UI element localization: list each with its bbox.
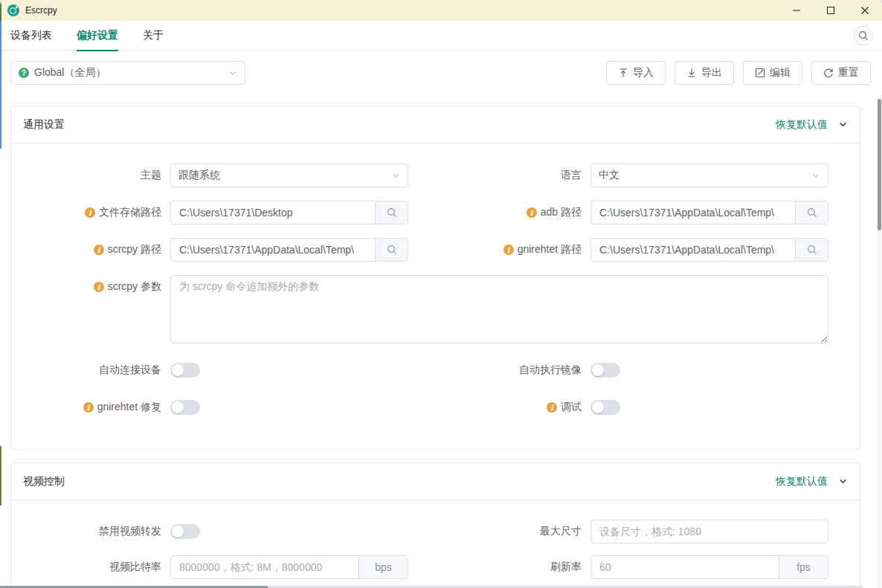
scope-select-value: Global（全局） [34,66,228,80]
scrcpy-path-browse-button[interactable] [375,239,408,261]
gnirehtet-path-input[interactable] [591,239,795,261]
bitrate-unit: bps [358,556,408,578]
preferences-content: 通用设置 恢复默认值 主题 跟随系统 [0,85,882,588]
general-restore-defaults-link[interactable]: 恢复默认值 [776,118,828,132]
close-button[interactable] [848,0,882,21]
auto-connect-toggle[interactable] [170,363,200,378]
bitrate-label: 视频比特率 [11,560,170,574]
tab-device-list[interactable]: 设备列表 [10,21,52,51]
theme-select[interactable]: 跟随系统 [170,164,408,187]
video-section-header: 视频控制 恢复默认值 [11,463,860,500]
toggle-knob [172,364,184,376]
chevron-down-icon [391,171,400,180]
toggle-knob [592,364,604,376]
max-size-input[interactable] [590,520,828,543]
maximize-button[interactable] [814,0,848,21]
file-path-input-group [170,201,408,224]
reset-button-label: 重置 [838,66,859,80]
video-collapse-chevron-icon[interactable] [838,476,848,486]
download-icon [686,68,697,78]
file-path-browse-button[interactable] [375,201,408,224]
vertical-scrollbar[interactable] [877,95,882,588]
scrollbar-thumb[interactable] [878,99,881,230]
chevron-down-icon [811,171,820,180]
scrcpy-path-input-group [170,238,408,262]
auto-mirror-toggle[interactable] [590,363,620,378]
toggle-knob [172,526,184,537]
search-icon [807,245,817,255]
section-general-settings: 通用设置 恢复默认值 主题 跟随系统 [10,106,860,450]
tab-bar: 设备列表 偏好设置 关于 [0,21,882,51]
adb-path-input[interactable] [591,201,795,224]
chevron-down-icon [228,68,237,77]
general-collapse-chevron-icon[interactable] [838,120,848,129]
edit-button-label: 编辑 [770,66,791,80]
debug-label: 调试 [431,401,590,414]
bitrate-input[interactable] [171,556,358,578]
video-section-title: 视频控制 [23,475,65,488]
info-icon [527,207,537,218]
scope-select[interactable]: Global（全局） [10,61,245,85]
fps-label: 刷新率 [431,560,590,574]
app-title: Escrcpy [25,5,57,16]
disable-video-toggle[interactable] [170,524,200,539]
scrcpy-path-input[interactable] [171,239,375,261]
window-controls [779,0,882,21]
auto-connect-label: 自动连接设备 [11,364,170,377]
adb-path-label: adb 路径 [431,206,590,219]
gnirehtet-path-browse-button[interactable] [795,239,828,261]
file-path-label: 文件存储路径 [11,206,170,219]
language-select-value: 中文 [599,169,811,182]
app-window: Escrcpy 设备列表 偏好设置 关于 Global（全局） [0,0,882,588]
scrcpy-path-label: scrcpy 路径 [11,243,170,256]
gnirehtet-fix-toggle[interactable] [170,400,200,415]
tab-about[interactable]: 关于 [143,21,164,51]
general-section-title: 通用设置 [23,118,65,132]
search-button[interactable] [854,26,873,45]
maximize-icon [826,6,835,15]
theme-label: 主题 [11,169,170,182]
fps-input[interactable] [591,556,779,578]
theme-select-value: 跟随系统 [178,169,391,182]
general-section-header: 通用设置 恢复默认值 [11,106,860,143]
reset-button[interactable]: 重置 [811,61,871,85]
export-button[interactable]: 导出 [675,61,734,85]
language-select[interactable]: 中文 [590,164,828,187]
preferences-toolbar: Global（全局） 导入 导出 编辑 重置 [0,51,882,85]
adb-path-browse-button[interactable] [795,201,828,224]
app-icon [7,4,19,16]
import-button[interactable]: 导入 [606,61,666,85]
search-icon [807,207,817,218]
toolbar-buttons: 导入 导出 编辑 重置 [606,61,871,85]
minimize-button[interactable] [779,0,814,21]
toggle-knob [592,401,604,413]
fps-input-group: fps [590,555,828,579]
scrcpy-args-label: scrcpy 参数 [11,280,170,294]
video-section-body: 禁用视频转发 最大尺寸 视频比特率 [11,500,860,588]
export-button-label: 导出 [701,66,722,80]
max-size-label: 最大尺寸 [431,525,590,538]
gnirehtet-path-label: gnirehtet 路径 [431,243,590,256]
question-icon [19,68,29,78]
fps-unit: fps [779,556,828,578]
scrcpy-args-textarea[interactable] [170,275,828,343]
bitrate-input-group: bps [170,555,408,579]
info-icon [503,245,514,255]
tab-about-label: 关于 [143,29,164,42]
upload-icon [618,68,628,78]
import-button-label: 导入 [633,66,654,80]
edit-button[interactable]: 编辑 [743,61,802,85]
tab-preferences[interactable]: 偏好设置 [77,21,118,51]
search-icon [387,245,397,255]
refresh-icon [823,68,834,78]
info-icon [94,282,104,292]
gnirehtet-fix-label: gnirehtet 修复 [11,401,170,414]
edit-icon [755,68,765,78]
file-path-input[interactable] [171,201,375,224]
video-restore-defaults-link[interactable]: 恢复默认值 [776,475,828,488]
auto-mirror-label: 自动执行镜像 [431,364,590,377]
debug-toggle[interactable] [590,400,620,415]
section-video-control: 视频控制 恢复默认值 禁用视频转发 最大尺寸 [10,462,860,588]
language-label: 语言 [431,169,590,182]
search-icon [387,207,397,218]
